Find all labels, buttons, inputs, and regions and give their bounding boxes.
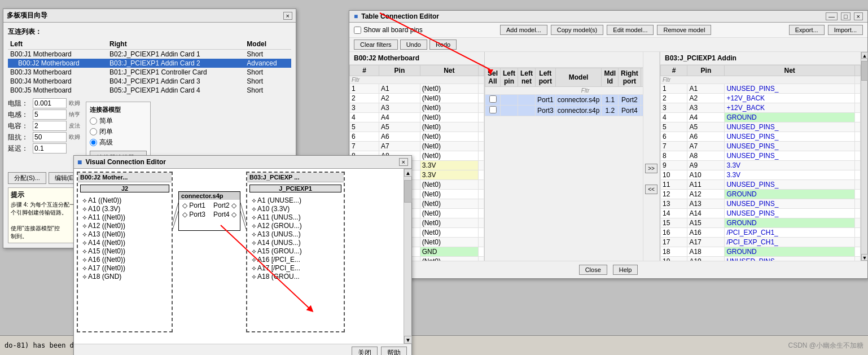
- table-row[interactable]: 12 A12 GROUND: [661, 190, 861, 199]
- delay-input[interactable]: [33, 143, 67, 154]
- tce-close-btn[interactable]: ×: [854, 12, 863, 20]
- row-num: 6: [350, 132, 379, 142]
- right-pin-table: # Pin Net Fltr 1 A1 UNUSED_PINS_ 2 A2 +1…: [660, 65, 861, 261]
- capacitance-input[interactable]: [33, 121, 67, 131]
- row-pin-r: A9: [687, 161, 725, 170]
- inductance-input[interactable]: [33, 109, 67, 120]
- connection-row[interactable]: B00:J5 Motherboard B05:J_PCIEXP1 Addin C…: [8, 86, 291, 95]
- connection-row[interactable]: B00:J1 Motherboard B02:J_PCIEXP1 Addin C…: [8, 50, 291, 59]
- table-row[interactable]: 13 A13 UNUSED_PINS_: [661, 199, 861, 209]
- sel-col[interactable]: [485, 95, 501, 106]
- row-net-r: 3.3V: [725, 161, 855, 170]
- table-row[interactable]: 3 A3 +12V_BACK: [661, 103, 861, 113]
- table-row[interactable]: 5 A5 (Net0): [350, 122, 484, 132]
- copy-model-btn[interactable]: Copy model(s): [551, 25, 604, 35]
- radio-closed[interactable]: 闭单: [90, 127, 147, 137]
- tce-scroll-thumb[interactable]: [861, 61, 868, 81]
- table-row[interactable]: 4 A4 GROUND: [661, 113, 861, 122]
- left-board-title: B00:J2 Mother...: [78, 173, 172, 182]
- table-row[interactable]: 3 A3 (Net0): [350, 103, 484, 113]
- connection-row[interactable]: B00:J4 Motherboard B04:J_PCIEXP1 Addin C…: [8, 77, 291, 86]
- pin-row-A17-left: ⟡A17 ((Net0)): [82, 264, 167, 272]
- center-table-scroll[interactable]: SelAll Left pin Left net Left port Model…: [485, 68, 643, 261]
- table-row[interactable]: 1 A1 (Net0): [350, 84, 484, 94]
- row-num-r: 9: [661, 161, 687, 170]
- th-sel-all[interactable]: SelAll: [485, 68, 501, 87]
- table-row[interactable]: 15 A15 GROUND: [661, 218, 861, 228]
- radio-advanced[interactable]: 高级: [90, 138, 147, 147]
- tce-scroll-up[interactable]: ▲: [861, 52, 868, 59]
- right-table-scroll[interactable]: # Pin Net Fltr 1 A1 UNUSED_PINS_ 2 A2 +1…: [660, 65, 861, 261]
- redo-btn[interactable]: Redo: [429, 40, 457, 50]
- row-net-r: +12V_BACK: [725, 94, 855, 103]
- pin-row-A13-right: ⟡A13 (UNUS...): [252, 230, 339, 238]
- table-row[interactable]: 9 A9 3.3V: [661, 161, 861, 170]
- tce-bottom-bar: Close Help: [349, 261, 867, 278]
- show-all-pins-checkbox[interactable]: [354, 27, 361, 34]
- table-row[interactable]: 7 A7 (Net0): [350, 142, 484, 151]
- left-net-col: [518, 106, 536, 116]
- row-net: (Net0): [420, 190, 478, 199]
- table-row[interactable]: 16 A16 /PCI_EXP_CH1_: [661, 228, 861, 238]
- right-arrow-btn[interactable]: >>: [645, 164, 657, 173]
- tce-right-scrollbar[interactable]: ▲ ▼: [861, 52, 867, 261]
- left-arrow-btn[interactable]: <<: [645, 185, 657, 194]
- table-row[interactable]: Port1 connector.s4p 1.1 Port2: [485, 95, 643, 106]
- connection-row[interactable]: B00:J3 Motherboard B01:J_PCIEXP1 Control…: [8, 68, 291, 77]
- ve-scroll-down[interactable]: ▼: [404, 336, 412, 344]
- row-pin-r: A7: [687, 142, 725, 151]
- add-model-btn[interactable]: Add model...: [500, 25, 547, 35]
- resistance-input[interactable]: [33, 98, 67, 108]
- wizard-close-button[interactable]: ×: [283, 12, 292, 20]
- table-row[interactable]: 14 A14 UNUSED_PINS_: [661, 209, 861, 218]
- center-table-section: SelAll Left pin Left net Left port Model…: [485, 52, 643, 261]
- row-pin-r: A18: [687, 247, 725, 257]
- assign-button[interactable]: 分配(S)...: [8, 172, 46, 184]
- ve-close-button[interactable]: 关闭: [352, 347, 378, 355]
- sel-col[interactable]: [485, 106, 501, 116]
- table-row[interactable]: 2 A2 +12V_BACK: [661, 94, 861, 103]
- ve-help-button[interactable]: 帮助: [381, 347, 407, 355]
- table-row[interactable]: 6 A6 UNUSED_PINS_: [661, 132, 861, 142]
- clear-filters-btn[interactable]: Clear filters: [354, 40, 398, 50]
- row-num-r: 2: [661, 94, 687, 103]
- table-row[interactable]: 19 A19 UNUSED_PINS_: [661, 257, 861, 261]
- tce-minimize-btn[interactable]: —: [826, 12, 838, 20]
- table-row[interactable]: 7 A7 UNUSED_PINS_: [661, 142, 861, 151]
- visual-editor-close-btn[interactable]: ×: [399, 158, 408, 166]
- row-num: 7: [350, 142, 379, 151]
- edit-model-btn[interactable]: Edit model...: [607, 25, 654, 35]
- table-row[interactable]: 6 A6 (Net0): [350, 132, 484, 142]
- th-left-net: Left net: [518, 68, 536, 87]
- row-num-r: 16: [661, 228, 687, 238]
- undo-btn[interactable]: Undo: [400, 40, 427, 50]
- table-row[interactable]: 10 A10 3.3V: [661, 170, 861, 180]
- ve-scroll-up[interactable]: ▲: [404, 169, 412, 177]
- radio-simple[interactable]: 简单: [90, 116, 147, 126]
- row-net: (Net0): [420, 103, 478, 113]
- tce-close-bottom-btn[interactable]: Close: [579, 265, 607, 275]
- pin-row-A12-right: ⟡A12 (GROU...): [252, 221, 339, 230]
- impedance-input[interactable]: [33, 132, 67, 142]
- tce-scroll-down[interactable]: ▼: [861, 254, 868, 261]
- table-row[interactable]: 2 A2 (Net0): [350, 94, 484, 103]
- import-btn[interactable]: Import...: [828, 25, 863, 35]
- table-row[interactable]: 8 A8 UNUSED_PINS_: [661, 151, 861, 161]
- ve-scrollbar[interactable]: ▲ ▼: [404, 169, 411, 344]
- table-row[interactable]: 17 A17 /PCI_EXP_CH1_: [661, 238, 861, 247]
- export-btn[interactable]: Export...: [789, 25, 825, 35]
- table-row[interactable]: 4 A4 (Net0): [350, 113, 484, 122]
- table-row[interactable]: 1 A1 UNUSED_PINS_: [661, 84, 861, 94]
- center-connector-table: SelAll Left pin Left net Left port Model…: [485, 68, 643, 116]
- show-all-pins-label[interactable]: Show all board pins: [354, 26, 423, 34]
- connection-row[interactable]: B00:J2 Motherboard B03:J_PCIEXP1 Addin C…: [8, 59, 291, 68]
- resistance-unit: 欧姆: [69, 99, 80, 107]
- remove-model-btn[interactable]: Remove model: [657, 25, 711, 35]
- table-row[interactable]: 5 A5 UNUSED_PINS_: [661, 122, 861, 132]
- tce-help-btn[interactable]: Help: [613, 265, 638, 275]
- table-row[interactable]: Port3 connector.s4p 1.2 Port4: [485, 106, 643, 116]
- table-row[interactable]: 11 A11 UNUSED_PINS_: [661, 180, 861, 190]
- table-row[interactable]: 18 A18 GROUND: [661, 247, 861, 257]
- ve-scroll-thumb[interactable]: [404, 180, 412, 203]
- tce-restore-btn[interactable]: □: [841, 12, 851, 20]
